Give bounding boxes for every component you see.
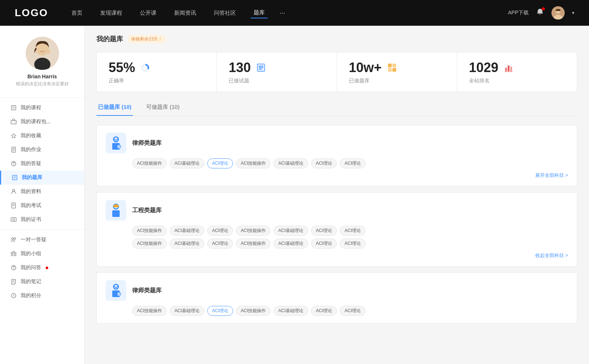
sidebar-item-myqa[interactable]: 我的问答 [0, 261, 84, 275]
tag-1-4[interactable]: ACI基础理论 [274, 226, 308, 236]
tag-1-0[interactable]: ACI技能操作 [132, 226, 167, 236]
sidebar-item-course[interactable]: 我的课程 [0, 101, 84, 115]
tag-1-13[interactable]: ACI理论 [340, 239, 366, 249]
sidebar-item-group[interactable]: 我的小组 [0, 247, 84, 261]
sidebar-item-favorites[interactable]: 我的收藏 [0, 129, 84, 143]
svg-rect-44 [392, 64, 396, 67]
svg-rect-24 [11, 218, 16, 221]
tag-0-1[interactable]: ACI基础理论 [170, 158, 204, 168]
svg-rect-47 [505, 68, 507, 71]
qbank-title-2: 律师类题库 [132, 287, 162, 295]
svg-rect-48 [508, 65, 509, 71]
qbank-tags-1a: ACI技能操作 ACI基础理论 ACI理论 ACI技能操作 ACI基础理论 AC… [132, 226, 568, 236]
tag-1-7[interactable]: ACI技能操作 [132, 239, 167, 249]
myqa-dot [46, 267, 48, 269]
svg-marker-10 [11, 133, 16, 138]
star-icon [10, 132, 17, 139]
tag-1-3[interactable]: ACI技能操作 [236, 226, 271, 236]
profile-bio: 错误的决定比没有决定要好 [0, 81, 84, 87]
sidebar-item-cert[interactable]: 我的证书 [0, 213, 84, 226]
tag-2-3[interactable]: ACI技能操作 [236, 306, 271, 316]
avatar-chevron-icon[interactable]: ▾ [572, 10, 574, 15]
tag-1-11[interactable]: ACI基础理论 [274, 239, 308, 249]
tag-2-0[interactable]: ACI技能操作 [132, 306, 167, 316]
svg-point-16 [13, 165, 14, 165]
page-title: 我的题库 [96, 35, 123, 43]
tag-0-4[interactable]: ACI基础理论 [274, 158, 308, 168]
tab-available[interactable]: 可做题库 (10) [145, 101, 181, 116]
svg-point-28 [13, 251, 15, 253]
sidebar-divider-1 [0, 97, 84, 98]
nav-open-course[interactable]: 公开课 [137, 8, 159, 18]
tag-0-2[interactable]: ACI理论 [207, 158, 233, 168]
tag-1-8[interactable]: ACI基础理论 [170, 239, 204, 249]
tag-0-6[interactable]: ACI理论 [340, 158, 366, 168]
stats-row: 55% 正确率 130 [96, 52, 577, 92]
notification-dot [542, 7, 545, 10]
grid-icon [386, 62, 398, 74]
note-icon [10, 278, 17, 285]
nav-news[interactable]: 新闻资讯 [171, 8, 199, 18]
lawyer-icon-2 [106, 280, 126, 301]
tag-0-0[interactable]: ACI技能操作 [132, 158, 167, 168]
tag-2-6[interactable]: ACI理论 [340, 306, 366, 316]
tag-1-10[interactable]: ACI技能操作 [236, 239, 271, 249]
pie-chart-icon [140, 62, 151, 74]
sidebar-item-bank[interactable]: 我的题库 [0, 171, 84, 185]
sidebar-item-package[interactable]: 我的课程包... [0, 115, 84, 129]
svg-rect-17 [13, 175, 17, 180]
tag-2-5[interactable]: ACI理论 [311, 306, 337, 316]
sidebar-favorites-label: 我的收藏 [21, 132, 41, 139]
tag-0-5[interactable]: ACI理论 [311, 158, 337, 168]
tag-1-6[interactable]: ACI理论 [340, 226, 366, 236]
nav-bank[interactable]: 题库 [251, 8, 268, 18]
stat-questions: 130 已做试题 [217, 53, 337, 92]
qbank-tags-0: ACI技能操作 ACI基础理论 ACI理论 ACI技能操作 ACI基础理论 AC… [132, 158, 568, 168]
nav-discover[interactable]: 发现课程 [97, 8, 125, 18]
sidebar-item-homework[interactable]: 我的作业 [0, 143, 84, 157]
tab-done[interactable]: 已做题库 (10) [96, 101, 133, 116]
sidebar-cert-label: 我的证书 [21, 216, 41, 223]
sidebar-item-qa[interactable]: 我的答疑 [0, 157, 84, 171]
tag-1-2[interactable]: ACI理论 [207, 226, 233, 236]
qbank-title-1: 工程类题库 [132, 207, 162, 214]
profile-name: Brian Harris [0, 74, 84, 79]
tag-2-1[interactable]: ACI基础理论 [170, 306, 204, 316]
tag-2-4[interactable]: ACI基础理论 [274, 306, 308, 316]
svg-point-25 [13, 219, 15, 221]
qbank-expand-0[interactable]: 展开全部科目 > [106, 172, 568, 179]
notification-bell[interactable] [536, 8, 544, 18]
qbank-expand-1[interactable]: 收起全部科目 > [106, 252, 568, 259]
svg-rect-9 [11, 121, 16, 124]
sidebar-item-points[interactable]: 我的积分 [0, 289, 84, 303]
stat-banks: 10w+ 已做题库 [337, 53, 457, 92]
qbank-card-1: 工程类题库 ACI技能操作 ACI基础理论 ACI理论 ACI技能操作 ACI基… [96, 192, 577, 267]
tag-1-5[interactable]: ACI理论 [311, 226, 337, 236]
stat-banks-label: 已做题库 [349, 78, 445, 84]
sidebar-profile-label: 我的资料 [21, 188, 41, 195]
sidebar-item-exam[interactable]: 我的考试 [0, 199, 84, 213]
avatar[interactable] [551, 6, 565, 19]
qbank-card-0: 律师类题库 ACI技能操作 ACI基础理论 ACI理论 ACI技能操作 ACI基… [96, 125, 577, 186]
tag-0-3[interactable]: ACI技能操作 [236, 158, 271, 168]
tag-1-12[interactable]: ACI理论 [311, 239, 337, 249]
tag-1-9[interactable]: ACI理论 [207, 239, 233, 249]
nav-home[interactable]: 首页 [68, 8, 85, 18]
svg-rect-45 [388, 68, 392, 72]
qbank-header-1: 工程类题库 [106, 200, 568, 221]
tag-1-1[interactable]: ACI基础理论 [170, 226, 204, 236]
sidebar-item-note[interactable]: 我的笔记 [0, 275, 84, 289]
stat-rank-label: 全站排名 [469, 78, 565, 84]
sidebar-item-profile[interactable]: 我的资料 [0, 185, 84, 199]
profile-section: Brian Harris 错误的决定比没有决定要好 [0, 33, 84, 94]
group-icon [10, 250, 17, 257]
nav-qa[interactable]: 问答社区 [211, 8, 239, 18]
nav-more[interactable]: ··· [279, 9, 285, 17]
sidebar-exam-label: 我的考试 [21, 202, 41, 209]
app-download-button[interactable]: APP下载 [508, 10, 529, 16]
svg-rect-43 [388, 64, 392, 67]
package-icon [10, 118, 17, 125]
tag-2-2[interactable]: ACI理论 [207, 306, 233, 316]
nav-right: APP下载 ▾ [508, 6, 574, 19]
sidebar-item-one-one[interactable]: 一对一答疑 [0, 233, 84, 247]
